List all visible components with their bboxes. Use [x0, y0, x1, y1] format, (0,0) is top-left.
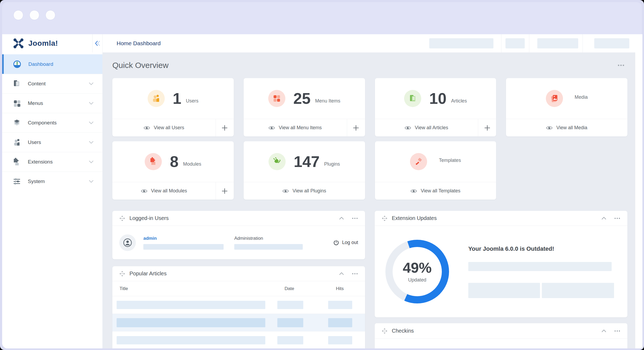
stat-count: 1 [173, 91, 181, 106]
eye-icon [141, 189, 147, 193]
panel-menu-ellipsis-icon[interactable] [352, 218, 358, 219]
window-control-close[interactable] [13, 10, 23, 20]
sidebar-collapse-button[interactable] [92, 34, 102, 52]
add-menu-item-button[interactable] [347, 119, 365, 136]
article-title-placeholder [117, 301, 265, 309]
stat-card-articles: 10 Articles View all Articles [375, 78, 496, 136]
collapse-panel-icon[interactable] [602, 217, 606, 219]
sidebar-item-label: Dashboard [28, 61, 53, 67]
components-icon [13, 119, 21, 127]
view-all-label: View all Users [154, 125, 184, 131]
view-all-plugins-button[interactable]: View all Plugins [244, 182, 365, 200]
header-action-placeholder-1[interactable] [429, 38, 493, 48]
panel-menu-ellipsis-icon[interactable] [614, 330, 620, 332]
window-control-minimize[interactable] [29, 10, 39, 20]
drag-handle-icon[interactable] [382, 328, 388, 334]
article-row-placeholder [112, 314, 365, 332]
dashboard-content: Quick Overview [102, 52, 635, 348]
update-action-placeholder-1[interactable] [468, 283, 540, 298]
stat-card-users: 1 Users View all Users [112, 78, 234, 136]
sidebar-item-menus[interactable]: Menus [2, 93, 102, 113]
sidebar-item-content[interactable]: Content [2, 74, 102, 93]
vertical-scrollbar[interactable] [635, 52, 642, 348]
update-progress-donut: 49% Updated [385, 240, 449, 303]
stat-label: Articles [451, 98, 467, 106]
view-all-label: View all Templates [421, 188, 460, 194]
extensions-icon [13, 158, 21, 166]
article-date-placeholder [277, 336, 303, 344]
sidebar-item-components[interactable]: Components [2, 113, 102, 132]
screenshot-root: Joomla! [0, 0, 644, 350]
header-divider [582, 34, 583, 52]
eye-icon [411, 189, 417, 193]
view-all-articles-button[interactable]: View all Articles [375, 119, 478, 136]
header-actions [429, 34, 642, 52]
article-row-placeholder [112, 332, 365, 348]
logout-button[interactable]: Log out [333, 240, 358, 246]
sidebar-item-label: System [28, 178, 45, 184]
add-user-button[interactable] [216, 119, 234, 136]
main-header: Home Dashboard [102, 34, 642, 52]
page-options-ellipsis-icon[interactable] [617, 64, 625, 66]
sidebar-item-dashboard[interactable]: Dashboard [2, 54, 102, 74]
sidebar-logo-row: Joomla! [2, 34, 102, 52]
view-all-users-button[interactable]: View all Users [112, 119, 216, 136]
users-stat-icon [148, 90, 165, 107]
panel-title: Logged-in Users [129, 215, 169, 221]
content-icon [13, 80, 21, 88]
breadcrumb: Home Dashboard [117, 40, 161, 47]
panel-menu-ellipsis-icon[interactable] [614, 218, 620, 219]
updated-percent: 49% [403, 260, 432, 275]
eye-icon [405, 126, 411, 130]
checkins-panel: Checkins [375, 323, 627, 348]
drag-handle-icon[interactable] [119, 271, 125, 277]
drag-handle-icon[interactable] [382, 215, 388, 221]
collapse-panel-icon[interactable] [602, 330, 606, 332]
sidebar-item-system[interactable]: System [2, 172, 102, 191]
eye-icon [282, 189, 289, 193]
view-all-templates-button[interactable]: View all Templates [375, 182, 496, 200]
logged-in-users-panel: Logged-in Users [112, 211, 365, 259]
article-date-placeholder [277, 301, 303, 309]
window-control-maximize[interactable] [45, 10, 55, 20]
last-signin-placeholder [143, 244, 224, 250]
collapse-panel-icon[interactable] [339, 272, 344, 275]
eye-icon [269, 126, 275, 130]
joomla-logo-icon [13, 38, 24, 49]
column-title: Title [112, 286, 277, 291]
chevron-down-icon [89, 161, 93, 163]
stat-count: 8 [170, 154, 178, 169]
view-all-label: View all Menu Items [279, 125, 322, 131]
stat-label: Modules [183, 161, 201, 169]
user-group-label: Administration [234, 236, 323, 241]
view-all-modules-button[interactable]: View all Modules [112, 182, 216, 200]
stat-card-menu-items: 25 Menu Items View all Menu Items [244, 78, 365, 136]
header-action-placeholder-2[interactable] [505, 38, 525, 48]
sidebar-item-extensions[interactable]: Extensions [2, 152, 102, 172]
panel-menu-ellipsis-icon[interactable] [352, 273, 358, 275]
panel-title: Extension Updates [392, 215, 437, 221]
view-all-media-button[interactable]: View all Media [506, 119, 627, 136]
view-all-menu-items-button[interactable]: View all Menu Items [244, 119, 347, 136]
collapse-panel-icon[interactable] [339, 217, 344, 219]
sidebar-menu: Dashboard [2, 52, 102, 191]
chevron-down-icon [89, 102, 93, 105]
update-action-placeholder-2[interactable] [542, 283, 614, 298]
dashboard-gauge-icon [13, 60, 21, 69]
drag-handle-icon[interactable] [119, 215, 125, 221]
templates-stat-icon [410, 153, 427, 170]
menus-icon [13, 99, 21, 107]
sidebar-item-users[interactable]: Users [2, 132, 102, 152]
add-article-button[interactable] [478, 119, 496, 136]
header-action-placeholder-3[interactable] [537, 38, 578, 48]
stat-label: Plugins [324, 161, 340, 169]
logout-label: Log out [342, 240, 358, 245]
collapse-chevrons-icon [95, 40, 101, 46]
user-name-link[interactable]: admin [143, 236, 234, 241]
add-module-button[interactable] [216, 182, 234, 200]
stat-card-plugins: 147 Plugins View all Plugins [244, 141, 365, 200]
chevron-down-icon [89, 180, 93, 183]
header-action-placeholder-4[interactable] [594, 38, 629, 48]
article-hits-placeholder [328, 301, 352, 309]
article-row-placeholder [112, 296, 365, 314]
